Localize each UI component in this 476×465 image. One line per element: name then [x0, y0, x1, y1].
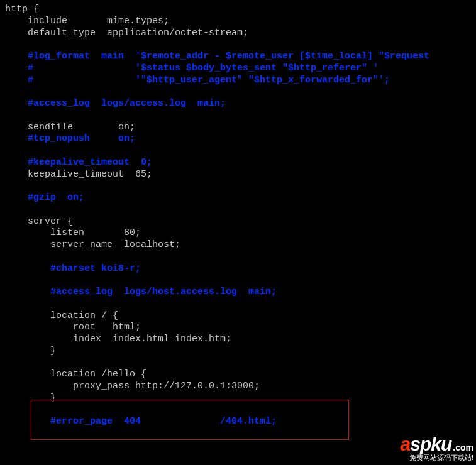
code-line: listen 80;: [5, 227, 141, 238]
code-line: }: [5, 393, 56, 403]
code-line: }: [5, 346, 56, 356]
code-line: # '$status $body_bytes_sent "$http_refer…: [5, 63, 379, 74]
code-line: [5, 145, 11, 156]
code-line: root html;: [5, 322, 141, 332]
watermark-com: com: [455, 442, 473, 452]
code-line: #error_page 404 /404.html;: [5, 416, 277, 427]
code-line: #keepalive_timeout 0;: [5, 157, 152, 168]
code-line: #charset koi8-r;: [5, 263, 141, 274]
code-block: http { include mime.types; default_type …: [0, 0, 476, 428]
code-line: [5, 204, 11, 215]
code-line: location /hello {: [5, 369, 147, 380]
code-line: server_name localhost;: [5, 239, 180, 250]
code-line: [5, 405, 11, 415]
code-line: [5, 275, 11, 285]
code-line: [5, 298, 11, 309]
code-line: [5, 39, 11, 50]
code-line: #access_log logs/host.access.log main;: [5, 287, 277, 297]
code-line: sendfile on;: [5, 122, 135, 133]
code-line: [5, 180, 11, 191]
code-line: #gzip on;: [5, 192, 84, 203]
code-line: server {: [5, 216, 73, 227]
code-line: # '"$http_user_agent" "$http_x_forwarded…: [5, 75, 390, 85]
watermark-main: aspku.com: [401, 435, 473, 454]
watermark-a: a: [401, 434, 411, 454]
code-line: default_type application/octet-stream;: [5, 28, 248, 38]
code-line: [5, 86, 11, 97]
code-line: http {: [5, 4, 39, 14]
code-line: proxy_pass http://127.0.0.1:3000;: [5, 381, 260, 391]
watermark: aspku.com 免费网站源码下载站!: [401, 435, 473, 462]
code-line: #access_log logs/access.log main;: [5, 98, 226, 109]
watermark-spku: spku: [410, 434, 451, 454]
code-line: include mime.types;: [5, 16, 169, 26]
code-line: [5, 110, 11, 121]
code-line: index index.html index.htm;: [5, 334, 231, 344]
code-line: [5, 251, 11, 262]
code-line: #log_format main '$remote_addr - $remote…: [5, 51, 429, 62]
code-line: [5, 358, 11, 368]
code-line: location / {: [5, 310, 118, 321]
watermark-sub: 免费网站源码下载站!: [401, 454, 473, 462]
code-line: #tcp_nopush on;: [5, 133, 135, 144]
code-line: keepalive_timeout 65;: [5, 169, 152, 180]
